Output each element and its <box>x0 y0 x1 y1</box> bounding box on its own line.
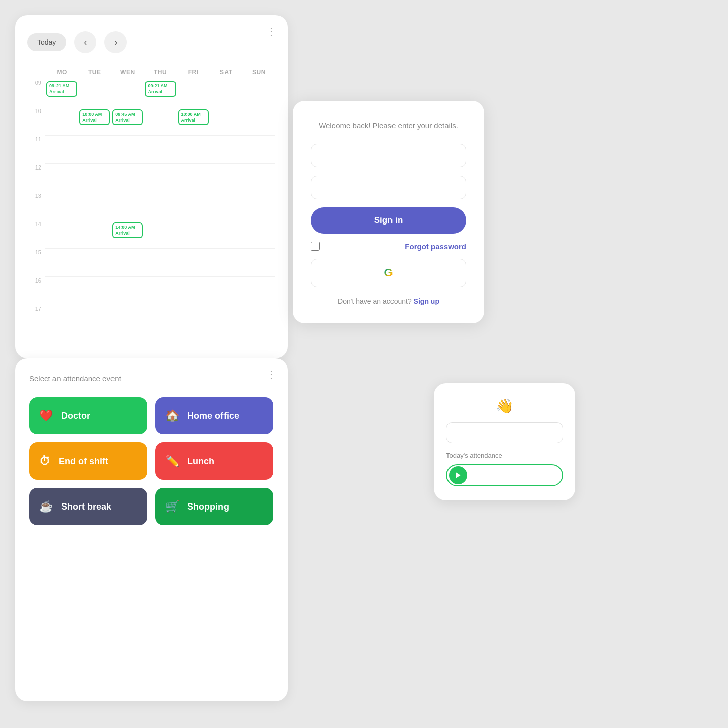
cell-thu-09[interactable]: 09:21 AMArrival <box>144 79 177 107</box>
cell-mo-10 <box>45 107 78 135</box>
cell-tue-15 <box>78 248 111 276</box>
cell-sun-14 <box>243 220 275 248</box>
cal-header-sat: SAT <box>210 66 243 79</box>
cell-sat-16 <box>210 276 243 305</box>
wave-emoji: 👋 <box>446 398 563 414</box>
doctor-label: Doctor <box>61 411 90 421</box>
cell-tue-09 <box>78 79 111 107</box>
login-welcome-text: Welcome back! Please enter your details. <box>311 121 466 130</box>
end-of-shift-button[interactable]: ⏱ End of shift <box>29 442 147 480</box>
cell-fri-10[interactable]: 10:00 AMArrival <box>177 107 210 135</box>
signup-prompt: Don't have an account? Sign up <box>311 297 466 305</box>
event-thu-0921[interactable]: 09:21 AMArrival <box>145 81 176 97</box>
cal-header-empty <box>27 66 45 79</box>
cal-header-fri: FRI <box>177 66 210 79</box>
cal-header-tue: TUE <box>78 66 111 79</box>
cell-tue-14 <box>78 220 111 248</box>
cell-sun-13 <box>243 192 275 220</box>
google-icon: G <box>384 266 393 279</box>
password-input[interactable] <box>311 176 466 199</box>
cell-mo-17 <box>45 305 78 333</box>
cell-mo-13 <box>45 192 78 220</box>
lunch-icon: ✏️ <box>165 455 179 468</box>
doctor-button[interactable]: ❤️ Doctor <box>29 397 147 434</box>
cell-thu-14 <box>144 220 177 248</box>
shopping-button[interactable]: 🛒 Shopping <box>155 488 273 525</box>
cell-fri-16 <box>177 276 210 305</box>
cell-sun-17 <box>243 305 275 333</box>
login-panel: Welcome back! Please enter your details.… <box>293 101 484 323</box>
cell-fri-13 <box>177 192 210 220</box>
cell-sun-15 <box>243 248 275 276</box>
remember-checkbox[interactable] <box>311 242 320 251</box>
nav-back-button[interactable]: ‹ <box>74 31 96 53</box>
cell-tue-10[interactable]: 10:00 AMArrival <box>78 107 111 135</box>
cell-wen-09 <box>111 79 144 107</box>
cell-wen-11 <box>111 135 144 163</box>
cell-thu-10 <box>144 107 177 135</box>
svg-marker-0 <box>456 472 460 478</box>
attendance-slider-track[interactable] <box>446 464 563 486</box>
cell-mo-16 <box>45 276 78 305</box>
email-input[interactable] <box>311 144 466 167</box>
cell-tue-11 <box>78 135 111 163</box>
cell-thu-17 <box>144 305 177 333</box>
lunch-label: Lunch <box>187 456 214 467</box>
cell-sat-13 <box>210 192 243 220</box>
short-break-button[interactable]: ☕ Short break <box>29 488 147 525</box>
attendance-slider-thumb[interactable] <box>449 466 467 484</box>
play-icon <box>454 471 462 479</box>
attendance-widget: 👋 Today's attendance <box>434 383 575 500</box>
signin-button[interactable]: Sign in <box>311 207 466 234</box>
cell-thu-12 <box>144 163 177 192</box>
time-15: 15 <box>27 248 45 276</box>
forgot-password-link[interactable]: Forgot password <box>405 242 466 251</box>
cell-thu-11 <box>144 135 177 163</box>
cell-wen-14[interactable]: 14:00 AMArrival <box>111 220 144 248</box>
cell-fri-12 <box>177 163 210 192</box>
cell-sun-16 <box>243 276 275 305</box>
cell-thu-13 <box>144 192 177 220</box>
event-wen-0945[interactable]: 09:45 AMArrival <box>112 109 143 125</box>
event-wen-1400[interactable]: 14:00 AMArrival <box>112 222 143 238</box>
time-12: 12 <box>27 163 45 192</box>
shopping-icon: 🛒 <box>165 500 179 513</box>
cell-tue-13 <box>78 192 111 220</box>
cell-fri-11 <box>177 135 210 163</box>
calendar-navigation: Today ‹ › <box>27 31 275 53</box>
google-signin-button[interactable]: G <box>311 259 466 287</box>
widget-input[interactable] <box>446 422 563 443</box>
cell-sun-11 <box>243 135 275 163</box>
home-office-button[interactable]: 🏠 Home office <box>155 397 273 434</box>
cell-mo-15 <box>45 248 78 276</box>
cell-tue-16 <box>78 276 111 305</box>
lunch-button[interactable]: ✏️ Lunch <box>155 442 273 480</box>
event-fri-1000[interactable]: 10:00 AMArrival <box>178 109 209 125</box>
time-14: 14 <box>27 220 45 248</box>
cell-wen-16 <box>111 276 144 305</box>
cell-sat-09 <box>210 79 243 107</box>
time-13: 13 <box>27 192 45 220</box>
cell-sat-10 <box>210 107 243 135</box>
attendance-menu-icon[interactable]: ⋮ <box>266 368 277 380</box>
cell-wen-12 <box>111 163 144 192</box>
calendar-panel: ⋮ Today ‹ › MO TUE WEN THU FRI SAT SUN 0… <box>15 15 288 358</box>
signup-link[interactable]: Sign up <box>414 297 439 305</box>
cell-fri-15 <box>177 248 210 276</box>
nav-forward-button[interactable]: › <box>104 31 127 53</box>
cal-header-wen: WEN <box>111 66 144 79</box>
time-17: 17 <box>27 305 45 333</box>
calendar-menu-icon[interactable]: ⋮ <box>266 25 277 37</box>
login-options-row: Forgot password <box>311 242 466 251</box>
cell-mo-09[interactable]: 09:21 AMArrival <box>45 79 78 107</box>
attendance-title: Select an attendance event <box>29 374 273 383</box>
cell-sat-15 <box>210 248 243 276</box>
today-button[interactable]: Today <box>27 33 66 51</box>
event-tue-1000[interactable]: 10:00 AMArrival <box>79 109 110 125</box>
cell-fri-09 <box>177 79 210 107</box>
doctor-icon: ❤️ <box>39 409 53 422</box>
event-mo-0921[interactable]: 09:21 AMArrival <box>46 81 77 97</box>
cell-tue-17 <box>78 305 111 333</box>
cell-wen-10[interactable]: 09:45 AMArrival <box>111 107 144 135</box>
cell-thu-15 <box>144 248 177 276</box>
